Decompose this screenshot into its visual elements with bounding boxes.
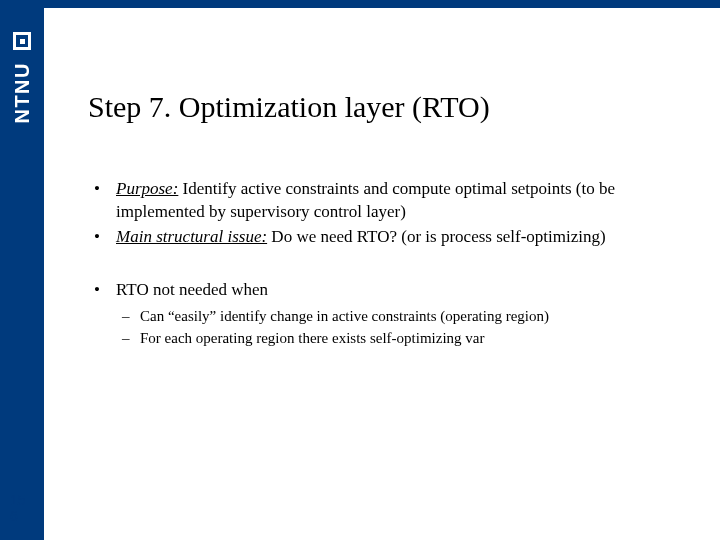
page-number-line1: 15 bbox=[10, 493, 26, 508]
spacer bbox=[88, 251, 684, 279]
brand-text: NTNU bbox=[11, 62, 34, 124]
bullet-item: Main structural issue: Do we need RTO? (… bbox=[88, 226, 684, 249]
bullet-list: Purpose: Identify active constraints and… bbox=[88, 178, 684, 249]
sub-bullet-item: Can “easily” identify change in active c… bbox=[116, 306, 684, 326]
bullet-text: RTO not needed when bbox=[116, 280, 268, 299]
slide-title: Step 7. Optimization layer (RTO) bbox=[88, 90, 684, 124]
page-number-line2: 6 bbox=[10, 509, 26, 524]
brand-sidebar: NTNU bbox=[0, 8, 44, 540]
content-area: Step 7. Optimization layer (RTO) Purpose… bbox=[88, 90, 684, 350]
logo-icon bbox=[13, 32, 31, 50]
sub-bullet-item: For each operating region there exists s… bbox=[116, 328, 684, 348]
bullet-label: Purpose: bbox=[116, 179, 178, 198]
bullet-item: RTO not needed when Can “easily” identif… bbox=[88, 279, 684, 348]
bullet-list: RTO not needed when Can “easily” identif… bbox=[88, 279, 684, 348]
bullet-text: Identify active constraints and compute … bbox=[116, 179, 615, 221]
slide: NTNU 15 6 Step 7. Optimization layer (RT… bbox=[0, 0, 720, 540]
sub-bullet-list: Can “easily” identify change in active c… bbox=[116, 306, 684, 349]
bullet-label: Main structural issue: bbox=[116, 227, 267, 246]
bullet-item: Purpose: Identify active constraints and… bbox=[88, 178, 684, 224]
bullet-text: Do we need RTO? (or is process self-opti… bbox=[267, 227, 606, 246]
page-number: 15 6 bbox=[10, 493, 26, 524]
